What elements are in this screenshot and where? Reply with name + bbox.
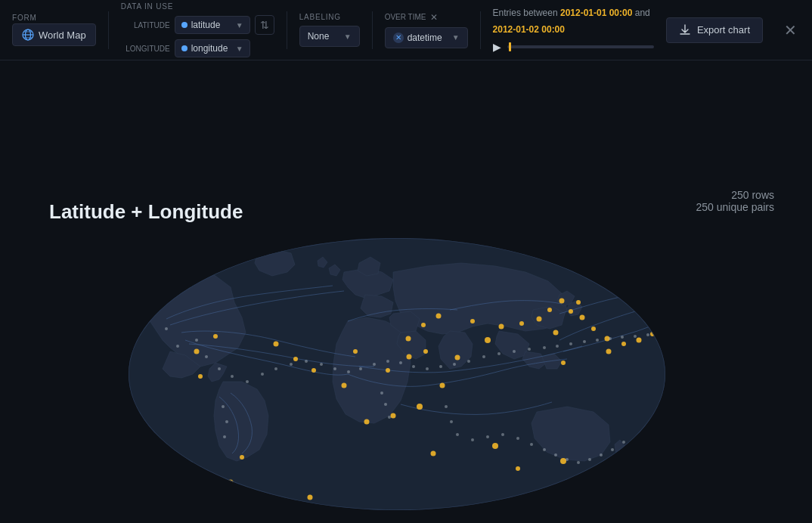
svg-point-99 [450, 420, 453, 423]
svg-point-107 [554, 453, 557, 456]
labeling-label: LABELING [299, 13, 360, 21]
svg-point-86 [596, 339, 599, 342]
svg-point-57 [195, 339, 198, 342]
svg-point-16 [553, 330, 559, 336]
svg-point-103 [501, 433, 504, 436]
map-container [125, 234, 669, 514]
svg-point-78 [482, 355, 485, 358]
data-in-use-section: DATA IN USE LATITUDE latitude ▼ ⇅ LONGIT… [121, 2, 274, 57]
svg-point-21 [455, 355, 460, 361]
svg-point-41 [470, 319, 475, 323]
labeling-dropdown[interactable]: None ▼ [299, 26, 360, 47]
svg-point-66 [320, 363, 323, 366]
entries-text-2: 2012-01-02 00:00 [493, 24, 654, 35]
longitude-label: LONGITUDE [121, 45, 170, 53]
overtime-header: OVER TIME ✕ [385, 12, 468, 23]
svg-point-20 [561, 361, 566, 365]
svg-point-22 [492, 443, 498, 449]
map-title: Latitude + Longitude [49, 200, 243, 224]
svg-point-42 [499, 324, 504, 330]
svg-point-55 [165, 327, 168, 330]
svg-point-49 [591, 326, 596, 331]
svg-point-72 [399, 361, 402, 364]
divider-2 [287, 11, 287, 49]
svg-point-93 [225, 420, 228, 423]
longitude-row: LONGITUDE longitude ▼ [121, 39, 274, 57]
svg-point-43 [519, 321, 524, 326]
svg-point-32 [274, 342, 279, 347]
overtime-close-icon[interactable]: ✕ [430, 12, 438, 23]
svg-point-10 [440, 383, 445, 388]
overtime-section: OVER TIME ✕ ✕ datetime ▼ [385, 12, 468, 48]
svg-point-100 [456, 433, 459, 436]
datetime-dropdown[interactable]: ✕ datetime ▼ [385, 27, 468, 48]
svg-point-26 [364, 419, 370, 425]
svg-point-76 [453, 363, 456, 366]
svg-point-11 [560, 458, 566, 464]
svg-point-97 [388, 416, 391, 419]
svg-point-69 [359, 367, 362, 370]
svg-point-111 [600, 453, 603, 456]
latitude-row: LATITUDE latitude ▼ ⇅ [121, 15, 274, 35]
svg-point-92 [222, 405, 225, 408]
export-label: Export chart [697, 24, 750, 36]
labeling-section: LABELING None ▼ [299, 13, 360, 47]
svg-point-105 [530, 443, 533, 446]
close-button[interactable]: ✕ [781, 18, 800, 42]
toolbar: FORM World Map DATA IN USE LATITUDE lati… [0, 0, 812, 60]
svg-point-94 [223, 435, 226, 438]
svg-point-12 [606, 474, 612, 479]
svg-point-81 [528, 348, 531, 351]
timeline-bar: ▶ [493, 41, 654, 53]
svg-point-82 [543, 346, 546, 349]
chip-dot-lat [181, 22, 188, 28]
svg-point-90 [646, 333, 649, 336]
svg-point-104 [516, 437, 519, 440]
datetime-value: datetime [408, 32, 442, 43]
svg-point-63 [274, 367, 277, 370]
svg-point-36 [407, 354, 412, 360]
svg-point-61 [246, 380, 249, 383]
progress-thumb [509, 42, 511, 51]
svg-point-13 [311, 368, 316, 373]
svg-point-68 [347, 370, 350, 373]
svg-point-102 [486, 435, 489, 438]
svg-point-38 [406, 336, 411, 342]
longitude-value: longitude [191, 43, 228, 54]
svg-point-34 [342, 383, 347, 388]
longitude-dropdown[interactable]: longitude ▼ [175, 39, 250, 57]
world-map-button[interactable]: World Map [12, 23, 96, 46]
svg-point-91 [659, 331, 662, 334]
divider-3 [372, 11, 373, 49]
svg-point-67 [333, 367, 336, 370]
latitude-label: LATITUDE [121, 21, 170, 29]
svg-point-112 [611, 448, 614, 451]
play-button[interactable]: ▶ [493, 41, 501, 53]
datetime-dot: ✕ [393, 32, 404, 43]
svg-point-77 [467, 360, 470, 363]
divider-1 [108, 11, 109, 49]
progress-track[interactable] [507, 45, 654, 48]
svg-point-108 [566, 458, 569, 461]
svg-point-101 [471, 438, 474, 441]
svg-point-106 [543, 448, 546, 451]
swap-button[interactable]: ⇅ [255, 15, 274, 35]
svg-point-48 [580, 315, 585, 320]
svg-point-74 [426, 367, 429, 370]
svg-point-113 [622, 441, 625, 444]
download-icon [679, 24, 691, 36]
svg-point-58 [205, 355, 208, 358]
export-button[interactable]: Export chart [666, 17, 763, 43]
svg-point-14 [391, 413, 396, 419]
main-content: Latitude + Longitude 250 rows 250 unique… [0, 60, 812, 523]
overtime-label: OVER TIME [385, 13, 426, 21]
svg-point-85 [583, 340, 586, 343]
entries-prefix: Entries between [493, 8, 558, 18]
chip-dot-lon [181, 45, 188, 51]
svg-point-75 [439, 365, 442, 368]
rows-stat: 250 rows [696, 189, 774, 201]
world-map-svg [125, 234, 669, 514]
svg-point-98 [445, 405, 448, 408]
svg-point-79 [497, 352, 501, 355]
latitude-dropdown[interactable]: latitude ▼ [175, 16, 250, 34]
